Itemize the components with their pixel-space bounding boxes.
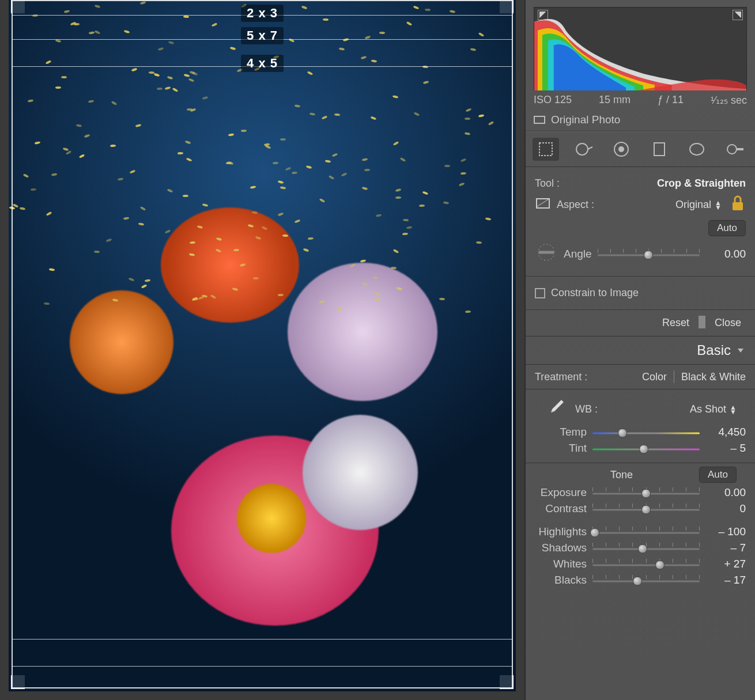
aspect-lock-icon[interactable] — [730, 194, 746, 215]
tone-label-highlights: Highlights — [535, 525, 587, 538]
tone-value-blacks: – 17 — [705, 574, 746, 587]
tone-slider-highlights[interactable] — [592, 526, 700, 538]
tone-auto-button[interactable]: Auto — [699, 467, 737, 483]
radial-filter-icon[interactable] — [684, 138, 710, 161]
histogram[interactable] — [534, 7, 747, 90]
svg-point-6 — [727, 145, 737, 154]
tone-value-exposure: 0.00 — [705, 486, 746, 499]
tool-label: Tool : — [535, 177, 560, 190]
temp-label: Temp — [535, 426, 587, 438]
svg-point-3 — [618, 146, 624, 152]
tone-slider-exposure[interactable] — [592, 487, 700, 498]
angle-auto-button[interactable]: Auto — [708, 220, 746, 236]
svg-rect-4 — [654, 143, 665, 156]
panel-toggle-icon[interactable] — [737, 346, 745, 354]
temp-slider[interactable] — [592, 426, 700, 438]
crop-handle-br[interactable] — [500, 675, 514, 689]
original-photo-checkbox[interactable] — [534, 116, 545, 124]
constrain-toggle[interactable]: Constrain to Image — [535, 287, 746, 299]
svg-point-5 — [690, 143, 704, 155]
tone-slider-blacks[interactable] — [592, 574, 700, 586]
adjustment-brush-icon[interactable] — [722, 138, 748, 161]
exif-row: ISO 125 15 mm ƒ / 11 ¹⁄₁₂₅ sec — [534, 94, 747, 107]
tint-label: Tint — [535, 442, 587, 455]
wb-eyedropper-icon[interactable] — [544, 396, 567, 422]
exif-focal: 15 mm — [599, 94, 631, 107]
svg-rect-0 — [539, 143, 552, 156]
treatment-color[interactable]: Color — [642, 371, 667, 383]
aspect-icon[interactable] — [535, 195, 551, 214]
angle-label: Angle — [564, 248, 592, 260]
basic-panel-header[interactable]: Basic — [526, 336, 755, 365]
wb-dropdown[interactable]: As Shot ▲▼ — [690, 403, 737, 415]
crop-tool-icon[interactable] — [533, 138, 559, 161]
reset-button[interactable]: Reset — [659, 316, 693, 330]
svg-rect-9 — [733, 202, 743, 210]
tone-value-contrast: 0 — [705, 502, 746, 515]
aspect-dropdown[interactable]: Original ▲▼ — [675, 199, 722, 211]
tint-value: – 5 — [705, 442, 746, 455]
treatment-label: Treatment : — [535, 371, 587, 383]
treatment-bw[interactable]: Black & White — [681, 371, 746, 383]
straighten-icon[interactable] — [535, 241, 558, 267]
svg-rect-11 — [538, 251, 554, 254]
crop-handle-tl[interactable] — [11, 0, 25, 13]
tone-value-highlights: – 100 — [705, 525, 746, 538]
tool-strip — [526, 131, 755, 167]
tone-label-whites: Whites — [535, 558, 587, 570]
crop-handle-tr[interactable] — [500, 0, 514, 13]
crop-guide-label-5x7: 5 x 7 — [241, 27, 284, 44]
tone-label-exposure: Exposure — [535, 486, 587, 499]
crop-guide-label-4x5: 4 x 5 — [241, 55, 284, 72]
graduated-filter-icon[interactable] — [646, 138, 673, 161]
tone-slider-shadows[interactable] — [592, 542, 700, 554]
tint-slider[interactable] — [592, 442, 700, 454]
constrain-checkbox[interactable] — [535, 288, 545, 298]
aspect-label: Aspect : — [557, 199, 594, 211]
wb-label: WB : — [575, 403, 598, 415]
tool-name: Crop & Straighten — [657, 177, 746, 190]
exif-aperture: ƒ / 11 — [658, 94, 684, 107]
exif-iso: ISO 125 — [534, 94, 572, 107]
angle-value: 0.00 — [705, 248, 746, 260]
crop-frame[interactable]: 2 x 3 5 x 7 4 x 5 — [12, 0, 513, 688]
crop-handle-bl[interactable] — [11, 675, 25, 689]
angle-slider[interactable] — [598, 248, 700, 260]
tone-label-shadows: Shadows — [535, 542, 587, 554]
exif-shutter: ¹⁄₁₂₅ sec — [711, 94, 747, 107]
develop-panel: ISO 125 15 mm ƒ / 11 ¹⁄₁₂₅ sec Original … — [524, 0, 755, 700]
crop-guide-line — [13, 639, 512, 640]
spot-removal-icon[interactable] — [571, 138, 597, 161]
redeye-tool-icon[interactable] — [608, 138, 635, 161]
image-preview[interactable]: // quick procedural fish dots (non-conte… — [0, 0, 524, 700]
tone-slider-whites[interactable] — [592, 558, 700, 570]
tone-header: Tone — [544, 469, 699, 481]
tone-value-whites: + 27 — [705, 558, 746, 570]
close-button[interactable]: Close — [711, 316, 745, 330]
tone-slider-contrast[interactable] — [592, 503, 700, 514]
svg-rect-7 — [737, 148, 743, 150]
crop-guide-line — [13, 666, 512, 667]
tone-value-shadows: – 7 — [705, 542, 746, 554]
original-photo-label: Original Photo — [551, 113, 620, 126]
tone-label-contrast: Contrast — [535, 502, 587, 515]
crop-guide-label-2x3: 2 x 3 — [241, 5, 284, 22]
temp-value: 4,450 — [705, 426, 746, 438]
svg-point-1 — [576, 143, 588, 155]
tone-label-blacks: Blacks — [535, 574, 587, 587]
